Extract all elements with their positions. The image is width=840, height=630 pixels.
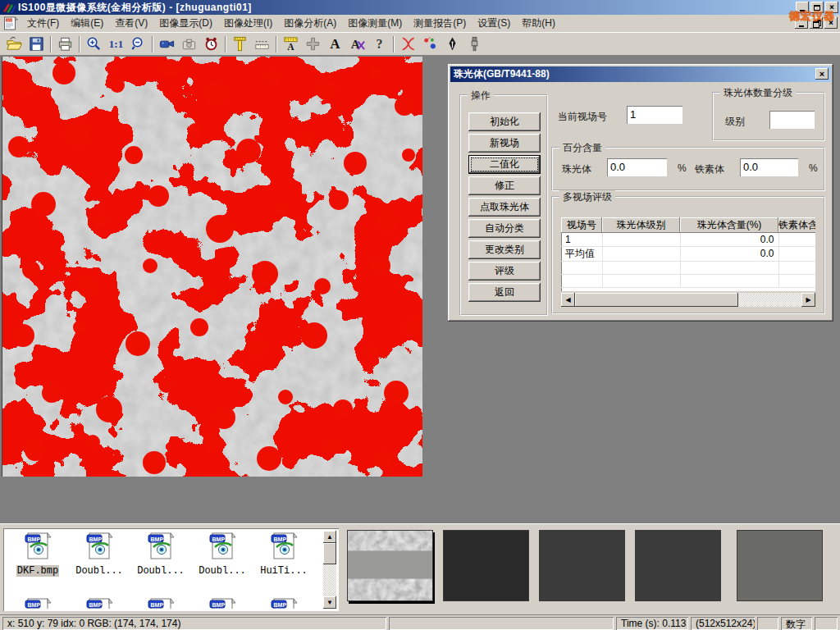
ruler-button[interactable] [252, 34, 272, 53]
svg-text:BMP: BMP [151, 602, 164, 608]
grade-label: 级别 [725, 115, 745, 129]
rating-group: 多视场评级 视场号 珠光体级别 珠光体含量(%) 铁素体含量(%) 1 [551, 196, 825, 314]
file-list[interactable]: BMPDKF.bmp BMPDoubl... BMPDoubl... BMPDo… [3, 528, 339, 611]
file-list-scrollbar[interactable]: ▲ ▼ [323, 531, 336, 609]
thumbnail-3[interactable] [539, 530, 625, 601]
file-name[interactable]: Doubl... [198, 565, 247, 577]
camera-capture-button[interactable] [179, 34, 199, 53]
thumbnail-1[interactable] [347, 530, 433, 601]
grade-input[interactable] [769, 111, 815, 129]
menu-view[interactable]: 查看(V) [109, 14, 153, 33]
open-button[interactable] [4, 34, 25, 53]
file-item[interactable]: BMPDoubl... [192, 532, 253, 577]
menu-help[interactable]: 帮助(H) [516, 14, 561, 33]
scroll-left-arrow[interactable]: ◀ [561, 293, 575, 307]
scroll-track[interactable] [575, 293, 801, 307]
new-field-button[interactable]: 新视场 [468, 134, 541, 153]
menu-file[interactable]: 文件(F) [21, 14, 65, 33]
file-name[interactable]: DKF.bmp [16, 565, 59, 577]
thumbnail-2[interactable] [443, 530, 529, 601]
grade-group-label: 珠光体数量分级 [720, 86, 796, 100]
dialog-close-button[interactable]: × [815, 68, 829, 80]
menu-image-measure[interactable]: 图像测量(M) [342, 14, 408, 33]
menu-image-process[interactable]: 图像处理(I) [218, 14, 278, 33]
current-field-input[interactable]: 1 [627, 106, 682, 124]
col-pearlite-grade[interactable]: 珠光体级别 [602, 217, 680, 233]
file-item[interactable]: BMP [253, 598, 314, 609]
zoom-out-button[interactable] [128, 34, 148, 53]
cell[interactable]: 1 [561, 233, 602, 246]
col-pearlite-content[interactable]: 珠光体含量(%) [680, 217, 778, 233]
file-item[interactable]: BMP [192, 598, 253, 609]
zoom-actual-button[interactable]: 1:1 [106, 34, 126, 53]
cell[interactable]: 0.0 [680, 246, 778, 261]
file-item[interactable]: BMP [69, 598, 130, 609]
file-item[interactable]: BMPDoubl... [130, 532, 191, 577]
micrograph-image[interactable] [2, 57, 422, 477]
pearlite-input[interactable]: 0.0 [607, 158, 667, 176]
text-label: A [330, 36, 340, 52]
file-panel: BMPDKF.bmp BMPDoubl... BMPDoubl... BMPDo… [0, 523, 840, 614]
status-empty-1 [389, 617, 614, 630]
scroll-right-arrow[interactable]: ▶ [801, 293, 815, 307]
cell[interactable] [602, 233, 680, 246]
cell[interactable] [778, 233, 815, 246]
window-title: IS100显微摄像系统(金相分析版) - [zhuguangti01] [18, 1, 252, 15]
menu-settings[interactable]: 设置(S) [472, 14, 516, 33]
scroll-up-arrow[interactable]: ▲ [323, 531, 336, 543]
text-style-button[interactable]: A [347, 34, 368, 53]
move-cross-button[interactable] [303, 34, 323, 53]
init-button[interactable]: 初始化 [468, 112, 541, 131]
menu-measure-report[interactable]: 测量报告(P) [408, 14, 472, 33]
thumbnail-4[interactable] [635, 530, 721, 601]
dialog-title-bar[interactable]: 珠光体(GB/T9441-88) × [450, 66, 831, 82]
cell[interactable]: 平均值 [561, 246, 602, 261]
auto-classify-button[interactable]: 自动分类 [468, 219, 541, 238]
file-name[interactable]: Doubl... [75, 565, 124, 577]
pick-pearlite-button[interactable]: 点取珠光体 [468, 198, 541, 217]
binarize-button[interactable]: 二值化 [468, 155, 541, 174]
toolbar-separator [225, 36, 226, 52]
rating-table[interactable]: 视场号 珠光体级别 珠光体含量(%) 铁素体含量(%) 1 0.0 [561, 217, 815, 291]
rate-button[interactable]: 评级 [468, 262, 541, 281]
file-item[interactable]: BMP [7, 598, 68, 609]
return-button[interactable]: 返回 [468, 283, 541, 302]
text-button[interactable]: A [325, 34, 345, 53]
ferrite-input[interactable]: 0.0 [740, 158, 798, 176]
save-button[interactable] [26, 34, 47, 53]
col-field-number[interactable]: 视场号 [561, 217, 602, 233]
table-horizontal-scrollbar[interactable]: ◀ ▶ [561, 293, 815, 307]
curve-measure-button[interactable] [398, 34, 418, 53]
measure-text-button[interactable]: A [281, 34, 301, 53]
file-item[interactable]: BMPDKF.bmp [7, 532, 68, 577]
caliper-button[interactable] [230, 34, 250, 53]
file-name[interactable]: Doubl... [136, 565, 185, 577]
correct-button[interactable]: 修正 [468, 176, 541, 195]
menu-image-analysis[interactable]: 图像分析(A) [278, 14, 342, 33]
scroll-down-arrow[interactable]: ▼ [323, 596, 336, 609]
brush-button[interactable] [464, 34, 485, 53]
cell[interactable] [602, 246, 680, 261]
col-ferrite-content[interactable]: 铁素体含量(%) [778, 217, 815, 233]
thumbnail-5[interactable] [737, 530, 823, 601]
cell[interactable] [778, 246, 815, 261]
file-item[interactable]: BMPHuiTi... [253, 532, 314, 577]
operations-group: 操作 初始化 新视场 二值化 修正 点取珠光体 自动分类 更改类别 评级 返回 [459, 94, 548, 316]
file-item[interactable]: BMPDoubl... [69, 532, 130, 577]
table-row: 平均值 0.0 [561, 246, 815, 261]
print-button[interactable] [55, 34, 75, 53]
menu-image-display[interactable]: 图像显示(D) [153, 14, 218, 33]
scroll-thumb[interactable] [575, 293, 738, 307]
pen-button[interactable] [442, 34, 463, 53]
menu-edit[interactable]: 编辑(E) [65, 14, 109, 33]
scroll-thumb[interactable] [323, 543, 336, 564]
cell[interactable]: 0.0 [680, 233, 778, 246]
change-class-button[interactable]: 更改类别 [468, 240, 541, 259]
particle-analysis-button[interactable] [420, 34, 441, 53]
file-name[interactable]: HuiTi... [259, 565, 308, 577]
help-button[interactable]: ? [369, 34, 390, 53]
zoom-in-button[interactable] [84, 34, 104, 53]
video-capture-button[interactable] [157, 34, 177, 53]
timer-button[interactable] [201, 34, 221, 53]
file-item[interactable]: BMP [130, 598, 191, 609]
